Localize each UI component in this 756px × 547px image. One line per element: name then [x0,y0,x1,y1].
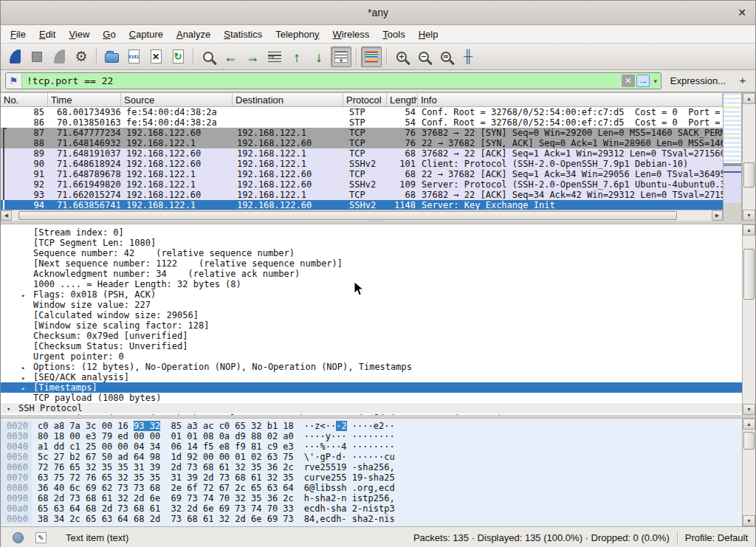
save-capture-file-button[interactable]: 0101 [123,47,144,67]
menu-statistics[interactable]: Statistics [217,27,269,42]
hex-ascii[interactable]: 84,ecdh- sha2-nis [304,514,395,524]
scroll-thumb[interactable] [18,211,676,220]
display-filter-input[interactable] [22,73,621,89]
hex-ascii[interactable]: ecdh-sha 2-nistp3 [304,503,395,514]
capture-comment-icon[interactable]: ✎ [35,532,47,543]
detail-line[interactable]: [Checksum Status: Unverified] [1,341,742,351]
detail-line[interactable]: TCP payload (1080 bytes) [1,393,742,403]
packet-row[interactable]: 8771.647777234192.168.122.60192.168.122.… [1,128,723,138]
hex-bytes[interactable]: 80 18 00 e3 79 ed 00 00 01 01 08 0a d9 8… [38,431,294,441]
packet-row[interactable]: 8971.648191037192.168.122.60192.168.122.… [1,148,723,159]
detail-line[interactable]: [Calculated window size: 29056] [1,310,742,320]
column-header-protocol[interactable]: Protocol [343,93,387,106]
packet-row[interactable]: 9471.663856741192.168.122.1192.168.122.6… [1,200,723,210]
clear-filter-icon[interactable]: ✕ [622,75,635,87]
collapsed-arrow-icon[interactable]: ▸ [21,362,25,372]
go-back-button[interactable]: ← [220,47,241,67]
scroll-up-icon[interactable]: ▲ [743,93,755,104]
add-filter-button[interactable]: + [735,74,751,88]
hex-bytes[interactable]: 5c 27 b2 67 50 ad 64 98 1d 92 00 00 01 0… [38,452,294,462]
start-capture-button[interactable] [4,47,25,67]
pane-splitter-lower[interactable] [1,415,755,418]
hex-bytes[interactable]: a1 dd c1 25 00 00 04 34 06 14 f5 e8 f9 8… [38,441,294,452]
display-filter-field[interactable]: ⚑ ✕ → ▾ [5,72,662,89]
collapsed-arrow-icon[interactable]: ▸ [21,373,25,382]
apply-filter-icon[interactable]: → [636,75,650,87]
packet-row[interactable]: 9071.648618924192.168.122.60192.168.122.… [1,159,723,169]
packet-row[interactable]: 8670.013850163fe:54:00:d4:38:2aSTP54Conf… [1,117,723,128]
menu-tools[interactable]: Tools [376,27,411,42]
collapsed-arrow-icon[interactable]: ▸ [21,383,25,393]
scroll-down-icon[interactable]: ▼ [743,515,755,526]
hex-ascii[interactable]: ··z<···2 ····e2·· [304,421,395,431]
hex-row[interactable]: 00b038 34 2c 65 63 64 68 2d 73 68 61 32 … [1,514,742,524]
hex-bytes[interactable]: c0 a8 7a 3c 00 16 93 32 85 a3 ac c0 65 3… [38,421,294,431]
collapsed-arrow-icon[interactable]: ▸ [21,290,25,300]
zoom-in-button[interactable]: + [391,47,412,67]
hex-row[interactable]: 007063 75 72 76 65 32 35 35 31 39 2d 73 … [1,472,742,483]
scroll-down-icon[interactable]: ▼ [743,404,755,415]
column-header-source[interactable]: Source [121,93,233,106]
menu-wireless[interactable]: Wireless [326,27,377,42]
hex-row[interactable]: 006072 76 65 32 35 35 31 39 2d 73 68 61 … [1,462,742,472]
scroll-right-icon[interactable]: ▶ [712,210,723,221]
scroll-track[interactable] [12,210,712,221]
column-header-time[interactable]: Time [48,93,121,106]
close-capture-file-button[interactable]: ✕ [145,47,166,67]
detail-line[interactable]: [TCP Segment Len: 1080] [1,238,742,248]
detail-line[interactable]: ▸[Timestamps] [1,382,742,393]
menu-edit[interactable]: Edit [32,27,62,42]
detail-line[interactable]: Window size value: 227 [1,300,742,310]
scroll-thumb[interactable] [743,249,755,299]
hex-bytes[interactable]: 65 63 64 68 2d 73 68 61 32 2d 6e 69 73 7… [38,503,294,514]
menu-telephony[interactable]: Telephony [269,27,326,42]
detail-line[interactable]: Checksum: 0x79ed [unverified] [1,331,742,341]
hex-bytes[interactable]: 63 75 72 76 65 32 35 35 31 39 2d 73 68 6… [38,472,294,483]
capture-options-button[interactable]: ⚙ [71,47,92,67]
open-capture-file-button[interactable] [101,47,122,67]
go-to-bottom-button[interactable]: ↓ [309,47,329,67]
zoom-100-button[interactable]: = [436,47,456,67]
hex-row[interactable]: 003080 18 00 e3 79 ed 00 00 01 01 08 0a … [1,431,742,441]
packet-row[interactable]: 8871.648146932192.168.122.1192.168.122.6… [1,138,723,148]
scroll-up-icon[interactable]: ▲ [743,419,755,430]
hex-ascii[interactable]: ···%···4 ········ [304,441,395,452]
hex-ascii[interactable]: h-sha2-n istp256, [304,493,395,503]
go-to-top-button[interactable]: ↑ [286,47,307,67]
menu-go[interactable]: Go [96,27,122,42]
scroll-left-icon[interactable]: ◀ [1,210,12,221]
packet-row[interactable]: 9171.648789678192.168.122.1192.168.122.6… [1,169,723,179]
detail-line[interactable]: [Window size scaling factor: 128] [1,320,742,331]
close-icon[interactable]: ✕ [738,7,746,18]
hex-row[interactable]: 0040a1 dd c1 25 00 00 04 34 06 14 f5 e8 … [1,441,742,452]
hex-ascii[interactable]: 6@libssh .org,ecd [304,483,395,493]
column-header-destination[interactable]: Destination [233,93,343,106]
hex-ascii[interactable]: rve25519 -sha256, [304,462,395,472]
detail-line[interactable]: Sequence number: 42 (relative sequence n… [1,248,742,258]
menu-capture[interactable]: Capture [123,27,170,42]
hex-scrollbar[interactable]: ▲▼ [742,419,755,526]
detail-line[interactable]: ▸Options: (12 bytes), No-Operation (NOP)… [1,362,742,372]
hex-bytes[interactable]: 72 76 65 32 35 35 31 39 2d 73 68 61 32 3… [38,462,294,472]
menu-analyze[interactable]: Analyze [170,27,217,42]
packet-row[interactable]: 8568.001734936fe:54:00:d4:38:2aSTP54Conf… [1,107,723,117]
colorize-packets-button[interactable] [361,47,382,67]
hex-row[interactable]: 00a065 63 64 68 2d 73 68 61 32 2d 6e 69 … [1,503,742,514]
packet-list-scrollbar[interactable]: ▲▼ [742,93,755,221]
zoom-out-button[interactable]: − [413,47,434,67]
scroll-track[interactable] [743,430,755,515]
hex-ascii[interactable]: ····y··· ········ [304,431,395,441]
hex-bytes[interactable]: 38 34 2c 65 63 64 68 2d 73 68 61 32 2d 6… [38,514,294,524]
filter-history-caret-icon[interactable]: ▾ [650,73,661,89]
packet-row[interactable]: 9271.661949820192.168.122.1192.168.122.6… [1,179,723,190]
column-header-no[interactable]: No. [1,93,48,106]
hex-row[interactable]: 008036 40 6c 69 62 73 73 68 2e 6f 72 67 … [1,483,742,493]
menu-file[interactable]: File [4,27,32,42]
details-scrollbar[interactable]: ▲▼ [742,224,755,415]
hex-ascii[interactable]: \'·gP·d· ······cu [304,452,395,462]
detail-line[interactable]: [Next sequence number: 1122 (relative se… [1,258,742,269]
expression-button[interactable]: Expression... [667,75,729,86]
expert-info-icon[interactable] [13,532,24,543]
scroll-track[interactable] [743,104,755,210]
column-header-info[interactable]: Info [418,93,723,106]
